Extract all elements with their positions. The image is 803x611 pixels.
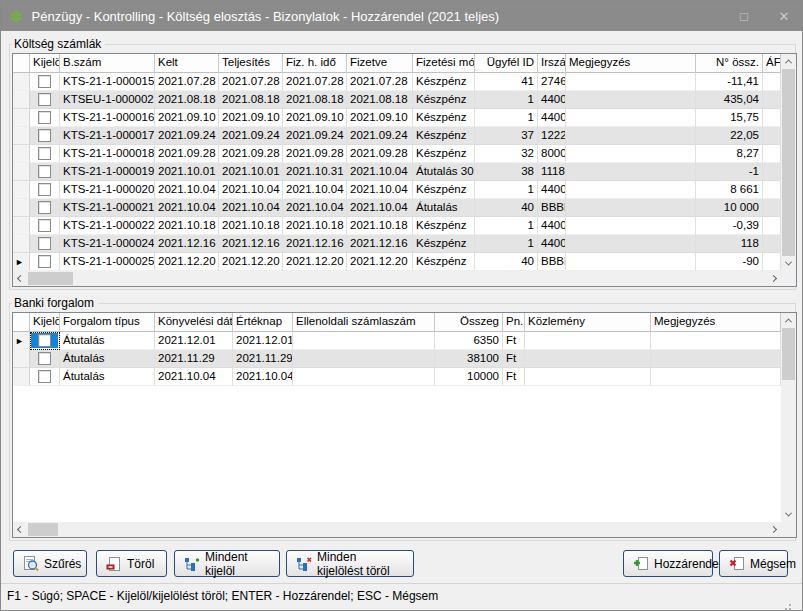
cell-kelt[interactable]: 2021.09.10 xyxy=(155,109,219,127)
row-checkbox[interactable] xyxy=(38,183,51,196)
cell-kelt[interactable]: 2021.10.04 xyxy=(155,199,219,217)
column-header-kelt[interactable]: Kelt xyxy=(155,54,219,73)
cell-fhi[interactable]: 2021.10.04 xyxy=(283,181,347,199)
cell-fizetve[interactable]: 2021.10.18 xyxy=(347,217,413,235)
cell-afa[interactable] xyxy=(763,109,781,127)
cell-konyvelesi[interactable]: 2021.10.04 xyxy=(155,368,233,386)
cell-ugyfel[interactable]: 1 xyxy=(475,181,538,199)
cell-afa[interactable] xyxy=(763,127,781,145)
cell-konyvelesi[interactable]: 2021.12.01 xyxy=(155,332,233,350)
cell-fhi[interactable]: 2021.09.28 xyxy=(283,145,347,163)
cell-kelt[interactable]: 2021.07.28 xyxy=(155,73,219,91)
cell-irsza[interactable]: BBBB xyxy=(538,199,566,217)
cell-ugyfel[interactable]: 1 xyxy=(475,235,538,253)
table-row[interactable]: ►Átutalás2021.12.012021.12.016350Ft xyxy=(13,332,796,350)
cell-afa[interactable] xyxy=(763,199,781,217)
scrollbar-thumb[interactable] xyxy=(28,272,73,285)
column-header-ugyfel[interactable]: Ügyfél ID xyxy=(475,54,538,73)
cell-irsza[interactable]: 2746 xyxy=(538,73,566,91)
column-header-bszam[interactable]: B.szám xyxy=(60,54,155,73)
cell-erteknap[interactable]: 2021.11.29 xyxy=(233,350,293,368)
table-row[interactable]: Átutalás2021.10.042021.10.0410000Ft xyxy=(13,368,796,386)
checkbox-cell[interactable] xyxy=(30,199,60,217)
cell-bszam[interactable]: KTS-21-1-000017 xyxy=(60,127,155,145)
cell-erteknap[interactable]: 2021.10.04 xyxy=(233,368,293,386)
cell-telj[interactable]: 2021.10.18 xyxy=(219,217,283,235)
cell-afa[interactable] xyxy=(763,145,781,163)
cell-fhi[interactable]: 2021.08.18 xyxy=(283,91,347,109)
cell-fmod[interactable]: Készpénz xyxy=(413,217,475,235)
cell-ugyfel[interactable]: 38 xyxy=(475,163,538,181)
cell-ellenoldali[interactable] xyxy=(293,350,435,368)
cell-fmod[interactable]: Készpénz xyxy=(413,253,475,271)
cell-kelt[interactable]: 2021.10.01 xyxy=(155,163,219,181)
cell-konyvelesi[interactable]: 2021.11.29 xyxy=(155,350,233,368)
cell-telj[interactable]: 2021.09.24 xyxy=(219,127,283,145)
cell-fhi[interactable]: 2021.09.10 xyxy=(283,109,347,127)
checkbox-cell[interactable] xyxy=(30,91,60,109)
cell-fmod[interactable]: Készpénz xyxy=(413,91,475,109)
table-row[interactable]: KTS-21-1-0000202021.10.042021.10.042021.… xyxy=(13,181,796,199)
cell-afa[interactable] xyxy=(763,253,781,271)
row-checkbox[interactable] xyxy=(38,75,51,88)
cell-ugyfel[interactable]: 1 xyxy=(475,109,538,127)
cell-fhi[interactable]: 2021.09.24 xyxy=(283,127,347,145)
cell-telj[interactable]: 2021.10.01 xyxy=(219,163,283,181)
vertical-scrollbar[interactable] xyxy=(781,313,796,522)
cell-kozlemeny[interactable] xyxy=(525,368,651,386)
table-row[interactable]: KTS-21-1-0000212021.10.042021.10.042021.… xyxy=(13,199,796,217)
row-checkbox[interactable] xyxy=(38,352,51,365)
cell-pn[interactable]: Ft xyxy=(503,350,525,368)
cell-irsza[interactable]: 8000 xyxy=(538,145,566,163)
cell-ugyfel[interactable]: 1 xyxy=(475,217,538,235)
cell-megjegyzes[interactable] xyxy=(651,368,781,386)
cell-ellenoldali[interactable] xyxy=(293,368,435,386)
table-row[interactable]: ►KTS-21-1-0000252021.12.202021.12.202021… xyxy=(13,253,796,271)
cost-invoices-table[interactable]: KijelöléB.számKeltTeljesítésFiz. h. időF… xyxy=(12,53,797,287)
cell-irsza[interactable]: 1118 xyxy=(538,163,566,181)
cancel-button[interactable]: Mégsem xyxy=(719,550,788,577)
scroll-up-icon[interactable] xyxy=(781,54,796,69)
column-header-erteknap[interactable]: Értéknap xyxy=(233,313,293,332)
checkbox-cell[interactable] xyxy=(30,109,60,127)
cell-megj[interactable] xyxy=(566,181,696,199)
cell-nossz[interactable]: 22,05 xyxy=(696,127,763,145)
cell-telj[interactable]: 2021.12.16 xyxy=(219,235,283,253)
cell-fizetve[interactable]: 2021.09.24 xyxy=(347,127,413,145)
cell-megj[interactable] xyxy=(566,127,696,145)
cell-megj[interactable] xyxy=(566,91,696,109)
table-row[interactable]: KTS-21-1-0000192021.10.012021.10.012021.… xyxy=(13,163,796,181)
cell-telj[interactable]: 2021.12.20 xyxy=(219,253,283,271)
column-header-osszeg[interactable]: Összeg xyxy=(435,313,503,332)
cell-telj[interactable]: 2021.08.18 xyxy=(219,91,283,109)
cell-afa[interactable] xyxy=(763,163,781,181)
cell-erteknap[interactable]: 2021.12.01 xyxy=(233,332,293,350)
cell-nossz[interactable]: 10 000 xyxy=(696,199,763,217)
cell-fmod[interactable]: Készpénz xyxy=(413,127,475,145)
column-header-megjegyzes[interactable]: Megjegyzés xyxy=(651,313,781,332)
table-row[interactable]: KTS-21-1-0000222021.10.182021.10.182021.… xyxy=(13,217,796,235)
cell-nossz[interactable]: -1 xyxy=(696,163,763,181)
checkbox-cell[interactable] xyxy=(30,253,60,271)
row-checkbox[interactable] xyxy=(38,255,51,268)
vertical-scrollbar[interactable] xyxy=(781,54,796,271)
column-header-fhi[interactable]: Fiz. h. idő xyxy=(283,54,347,73)
horizontal-scrollbar[interactable] xyxy=(13,522,781,537)
row-checkbox[interactable] xyxy=(38,111,51,124)
cell-forgalom[interactable]: Átutalás xyxy=(60,350,155,368)
cell-forgalom[interactable]: Átutalás xyxy=(60,368,155,386)
table-row[interactable]: KTS-21-1-0000182021.09.282021.09.282021.… xyxy=(13,145,796,163)
cell-fmod[interactable]: Készpénz xyxy=(413,145,475,163)
checkbox-cell[interactable] xyxy=(30,163,60,181)
cell-fizetve[interactable]: 2021.09.28 xyxy=(347,145,413,163)
cell-kelt[interactable]: 2021.09.24 xyxy=(155,127,219,145)
cell-fizetve[interactable]: 2021.10.04 xyxy=(347,181,413,199)
cell-nossz[interactable]: 8 661 xyxy=(696,181,763,199)
column-header-fmod[interactable]: Fizetési mód xyxy=(413,54,475,73)
scroll-down-icon[interactable] xyxy=(781,507,796,522)
scrollbar-thumb[interactable] xyxy=(28,523,58,536)
cell-megj[interactable] xyxy=(566,235,696,253)
cell-megj[interactable] xyxy=(566,253,696,271)
cell-fizetve[interactable]: 2021.09.10 xyxy=(347,109,413,127)
cell-ugyfel[interactable]: 41 xyxy=(475,73,538,91)
